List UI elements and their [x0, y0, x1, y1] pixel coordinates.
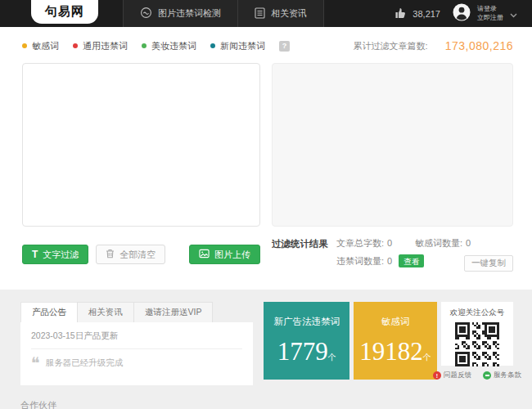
account-menu[interactable]: 请登录 立即注册 [453, 3, 517, 25]
register-label: 立即注册 [477, 14, 503, 23]
sensitive-count-label: 敏感词数量: [415, 238, 462, 248]
stat-card-value-row: 1779个 [264, 328, 349, 364]
filter-option-label: 新闻违禁词 [220, 40, 265, 52]
qr-title: 欢迎关注公众号 [441, 308, 513, 318]
sensitive-count: 敏感词数量:0 [415, 238, 471, 249]
stats-line: 违禁词数量:0 查看 [336, 254, 471, 267]
page: 句易网 图片违禁词检测 相关资讯 [0, 0, 532, 409]
stat-card-new-ad-law: 新广告法违禁词 1779个 [264, 302, 349, 380]
announcement-title[interactable]: 2023-03-15日产品更新 [31, 330, 242, 349]
partners-title: 合作伙伴 [20, 399, 513, 409]
nav-item-image-check[interactable]: 图片违禁词检测 [124, 0, 238, 27]
input-column: T 文字过滤 全部清空 [22, 63, 260, 273]
terms-label: 服务条款 [494, 371, 521, 380]
image-icon [199, 249, 210, 260]
login-register: 请登录 立即注册 [477, 5, 503, 23]
nav-item-label: 图片违禁词检测 [158, 7, 221, 20]
image-upload-label: 图片上传 [214, 249, 250, 261]
tab-product-news[interactable]: 产品公告 [20, 302, 78, 322]
image-upload-button[interactable]: 图片上传 [189, 245, 260, 264]
stat-card-unit: 个 [328, 353, 336, 362]
total-filtered-label: 累计过滤文章篇数: [354, 40, 428, 52]
stats-panel: 过滤统计结果 文章总字数:0 敏感词数量:0 违禁词数量:0 查看 一键复制 [272, 238, 513, 273]
feedback-icon: ! [433, 371, 441, 380]
quote-icon: ❝ [31, 359, 40, 367]
radio-icon [22, 43, 27, 48]
stat-card-label: 新广告法违禁词 [264, 316, 349, 328]
word-count-value: 0 [387, 238, 392, 248]
likes-counter[interactable]: 38,217 [394, 7, 440, 20]
likes-count: 38,217 [413, 9, 440, 19]
bottom-columns: 产品公告 相关资讯 邀请注册送VIP 2023-03-15日产品更新 ❝ 服务器… [20, 302, 513, 385]
qr-links: ! 问题反馈 服务条款 [441, 371, 513, 380]
tab-invite-vip[interactable]: 邀请注册送VIP [133, 302, 213, 322]
header-right: 38,217 请登录 立即注册 [394, 0, 532, 27]
text-filter-label: 文字过滤 [43, 249, 79, 261]
image-search-icon [140, 7, 152, 20]
help-icon[interactable]: ? [279, 41, 290, 52]
trash-icon [106, 249, 115, 260]
word-count-label: 文章总字数: [336, 238, 384, 248]
stat-card-sensitive: 敏感词 19182个 [354, 302, 437, 380]
top-nav: 图片违禁词检测 相关资讯 [123, 0, 324, 27]
banned-count-value: 0 [387, 256, 392, 266]
word-count: 文章总字数:0 [336, 238, 415, 249]
stats-line: 文章总字数:0 敏感词数量:0 [336, 238, 471, 249]
filter-option-label: 通用违禁词 [83, 40, 128, 52]
terms-icon [483, 371, 491, 380]
qr-column: 欢迎关注公众号 ! 问题反馈 服务条款 [441, 302, 513, 380]
filter-option-cosmetics[interactable]: 美妆违禁词 [142, 40, 196, 52]
chevron-down-icon [510, 7, 517, 21]
announcement-card: 产品公告 相关资讯 邀请注册送VIP 2023-03-15日产品更新 ❝ 服务器… [20, 302, 253, 385]
filter-output-panel [272, 63, 513, 227]
text-icon: T [32, 249, 38, 260]
clear-all-label: 全部清空 [119, 249, 156, 261]
logo[interactable]: 句易网 [31, 0, 98, 24]
qr-code-image [455, 322, 499, 366]
qr-card: 欢迎关注公众号 [441, 302, 513, 366]
radio-icon [142, 43, 147, 48]
result-column: 过滤统计结果 文章总字数:0 敏感词数量:0 违禁词数量:0 查看 一键复制 [272, 63, 513, 273]
stat-card-value-row: 19182个 [354, 328, 437, 364]
stat-card-label: 敏感词 [354, 316, 437, 328]
nav-item-label: 相关资讯 [271, 7, 307, 20]
stat-card-value: 1779 [277, 339, 328, 364]
text-input[interactable] [22, 63, 260, 227]
filter-row: 敏感词 通用违禁词 美妆违禁词 新闻违禁词 ? 累计过滤文章篇数: 173,08… [0, 39, 532, 52]
announcement-quote-text: 服务器已经升级完成 [46, 357, 124, 369]
thumbs-up-icon [394, 7, 407, 20]
banned-count-label: 违禁词数量: [336, 256, 384, 266]
terms-link[interactable]: 服务条款 [483, 371, 521, 380]
text-filter-button[interactable]: T 文字过滤 [22, 245, 88, 264]
stat-card-value: 19182 [359, 339, 423, 364]
filter-option-news[interactable]: 新闻违禁词 [210, 40, 265, 52]
main-area: T 文字过滤 全部清空 [0, 63, 532, 273]
sensitive-count-value: 0 [466, 238, 471, 248]
top-header: 句易网 图片违禁词检测 相关资讯 [0, 0, 532, 27]
view-button[interactable]: 查看 [399, 254, 424, 267]
copy-button[interactable]: 一键复制 [464, 255, 513, 272]
tab-related-news[interactable]: 相关资讯 [77, 302, 134, 322]
filter-option-label: 敏感词 [32, 40, 59, 52]
filter-option-general[interactable]: 通用违禁词 [73, 40, 128, 52]
login-label: 请登录 [477, 5, 503, 14]
tab-bar: 产品公告 相关资讯 邀请注册送VIP [20, 302, 253, 322]
filter-option-label: 美妆违禁词 [151, 40, 196, 52]
total-filtered-value: 173,080,216 [445, 39, 513, 52]
nav-item-news[interactable]: 相关资讯 [238, 0, 324, 27]
button-row: T 文字过滤 全部清空 [22, 245, 260, 264]
filter-option-sensitive[interactable]: 敏感词 [22, 40, 59, 52]
logo-text: 句易网 [45, 4, 84, 20]
announcement-quote: ❝ 服务器已经升级完成 [31, 357, 242, 369]
radio-icon [210, 43, 215, 48]
tab-content: 2023-03-15日产品更新 ❝ 服务器已经升级完成 [20, 322, 253, 385]
banned-count: 违禁词数量:0 [336, 256, 392, 267]
clear-all-button[interactable]: 全部清空 [96, 245, 165, 264]
feedback-link[interactable]: ! 问题反馈 [433, 371, 471, 380]
news-icon [255, 7, 265, 20]
stat-card-unit: 个 [423, 353, 431, 362]
radio-icon [73, 43, 78, 48]
user-avatar-icon [453, 3, 471, 25]
stats-title: 过滤统计结果 [272, 238, 328, 273]
feedback-label: 问题反馈 [444, 371, 471, 380]
